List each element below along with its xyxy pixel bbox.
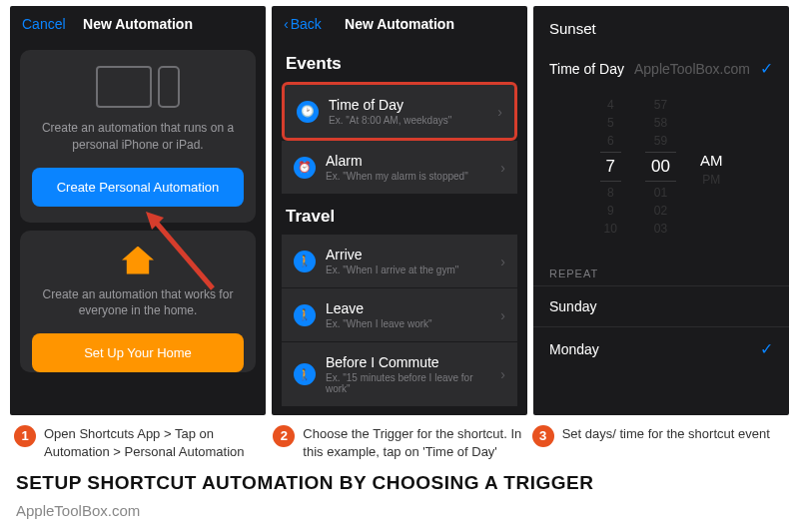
caption-text: Choose the Trigger for the shortcut. In …: [303, 425, 525, 460]
badge-3: 3: [532, 425, 554, 447]
caption-row: 1 Open Shortcuts App > Tap on Automation…: [0, 415, 799, 464]
footer-credit: AppleToolBox.com: [0, 496, 799, 525]
device-pair-icon: [32, 66, 244, 108]
before-commute-row[interactable]: 🚶 Before I Commute Ex. "15 minutes befor…: [282, 342, 517, 407]
chevron-right-icon: ›: [500, 160, 505, 176]
create-personal-automation-button[interactable]: Create Personal Automation: [32, 168, 244, 207]
row-title: Before I Commute: [326, 354, 490, 370]
cancel-button[interactable]: Cancel: [22, 16, 66, 32]
clock-icon: 🕑: [297, 101, 319, 123]
watermark-text: AppleToolBox.com: [634, 61, 750, 77]
caption-text: Set days/ time for the shortcut event: [562, 425, 770, 460]
caption-3: 3 Set days/ time for the shortcut event: [532, 425, 785, 460]
time-of-day-row[interactable]: 🕑 Time of Day Ex. "At 8:00 AM, weekdays"…: [282, 82, 517, 141]
personal-card-desc: Create an automation that runs on a pers…: [32, 120, 244, 154]
caption-text: Open Shortcuts App > Tap on Automation >…: [44, 425, 267, 460]
phone-screen-1: Cancel New Automation Create an automati…: [10, 6, 266, 415]
ipad-icon: [96, 66, 152, 108]
badge-2: 2: [273, 425, 295, 447]
nav-title: New Automation: [83, 16, 193, 32]
sunday-row[interactable]: Sunday: [533, 285, 789, 326]
home-icon: [122, 247, 154, 274]
row-subtitle: Ex. "When I leave work": [326, 318, 490, 329]
travel-header: Travel: [272, 195, 527, 235]
time-of-day-selected-row[interactable]: Time of Day AppleToolBox.com ✓: [533, 47, 789, 90]
alarm-row[interactable]: ⏰ Alarm Ex. "When my alarm is stopped" ›: [282, 141, 517, 195]
nav-title: New Automation: [345, 16, 454, 32]
repeat-header: Repeat: [533, 254, 789, 285]
commute-icon: 🚶: [294, 363, 316, 385]
row-subtitle: Ex. "When my alarm is stopped": [326, 171, 490, 182]
arrive-row[interactable]: 🚶 Arrive Ex. "When I arrive at the gym" …: [282, 235, 517, 288]
home-automation-card: Create an automation that works for ever…: [20, 231, 256, 373]
row-title: Alarm: [326, 153, 490, 169]
alarm-icon: ⏰: [294, 157, 316, 179]
row-subtitle: Ex. "15 minutes before I leave for work": [326, 372, 490, 394]
phone-screen-3: Sunset Time of Day AppleToolBox.com ✓ 4 …: [533, 6, 789, 415]
nav-bar: Cancel New Automation: [10, 6, 266, 42]
row-title: Arrive: [326, 247, 490, 263]
check-icon: ✓: [760, 59, 773, 78]
chevron-right-icon: ›: [500, 366, 505, 382]
chevron-right-icon: ›: [497, 104, 502, 120]
time-picker[interactable]: 4 5 6 7 8 9 10 57 58 59 00 01 02 03 AM P…: [533, 90, 789, 254]
back-button[interactable]: ›Back: [284, 16, 322, 32]
caption-2: 2 Choose the Trigger for the shortcut. I…: [273, 425, 525, 460]
row-title: Time of Day: [329, 97, 487, 113]
row-label: Sunday: [549, 298, 596, 314]
monday-row[interactable]: Monday ✓: [533, 326, 789, 370]
ampm-column[interactable]: AM PM: [700, 98, 723, 236]
row-title: Leave: [326, 300, 490, 316]
chevron-right-icon: ›: [500, 254, 505, 269]
row-subtitle: Ex. "When I arrive at the gym": [326, 265, 490, 275]
row-label: Time of Day: [549, 61, 624, 77]
setup-home-button[interactable]: Set Up Your Home: [32, 333, 244, 372]
events-header: Events: [272, 42, 527, 82]
arrive-icon: 🚶: [294, 251, 316, 272]
page-title: SETUP SHORTCUT AUTOMATION BY CHOOSING A …: [0, 464, 799, 496]
row-label: Monday: [549, 341, 599, 357]
hour-column[interactable]: 4 5 6 7 8 9 10: [600, 98, 621, 236]
home-card-desc: Create an automation that works for ever…: [32, 286, 244, 320]
minute-column[interactable]: 57 58 59 00 01 02 03: [645, 98, 676, 236]
phone-screen-2: ›Back New Automation Events 🕑 Time of Da…: [272, 6, 527, 415]
badge-1: 1: [14, 425, 36, 447]
leave-row[interactable]: 🚶 Leave Ex. "When I leave work" ›: [282, 288, 517, 342]
caption-1: 1 Open Shortcuts App > Tap on Automation…: [14, 425, 267, 460]
leave-icon: 🚶: [294, 304, 316, 326]
row-subtitle: Ex. "At 8:00 AM, weekdays": [329, 115, 487, 126]
chevron-right-icon: ›: [500, 307, 505, 323]
iphone-icon: [158, 66, 180, 108]
personal-automation-card: Create an automation that runs on a pers…: [20, 50, 256, 223]
sunset-row[interactable]: Sunset: [533, 6, 789, 47]
nav-bar: ›Back New Automation: [272, 6, 527, 42]
check-icon: ✓: [760, 339, 773, 358]
